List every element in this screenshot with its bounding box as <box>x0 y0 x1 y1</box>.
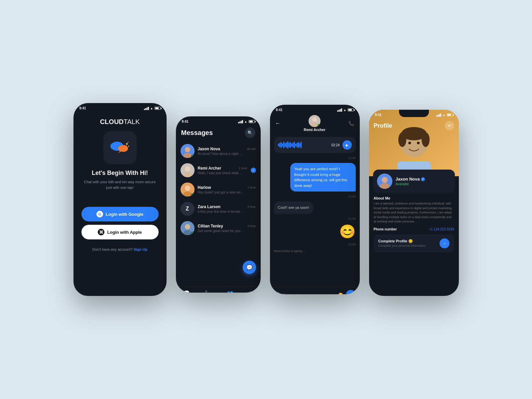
svg-point-13 <box>185 147 190 152</box>
message-info: Cillian Tenley 3 hour Got some good news… <box>198 224 256 233</box>
online-indicator <box>191 155 194 158</box>
signal-bars-1 <box>144 107 149 110</box>
message-name-row: Zara Larson 3 hour <box>198 204 256 209</box>
online-indicator <box>191 193 194 196</box>
battery-4 <box>447 113 453 116</box>
outgoing-message: Yeah you are perfect remi!! I thought it… <box>290 163 356 192</box>
phones-container: 9:41 ▲ CLOUDTALK <box>60 90 472 309</box>
list-item[interactable]: Remi Archer 1 hour Hello, I was just che… <box>176 161 261 180</box>
profile-header-area: Profile ✏ <box>369 110 459 176</box>
sender-name: Zara Larson <box>198 204 221 209</box>
no-account-label: Don't have any account? <box>92 247 133 251</box>
back-button[interactable]: ← <box>275 120 281 126</box>
status-bar-4: 9:41 ▲ <box>369 110 459 118</box>
svg-point-37 <box>382 177 388 183</box>
status-icons-2: ▲ <box>238 120 255 123</box>
typing-indicator: Remi Archer is typing... <box>274 249 356 253</box>
battery-fill-3 <box>348 109 352 111</box>
login-google-button[interactable]: G Login with Google <box>81 207 159 221</box>
login-content: CLOUDTALK <box>73 111 167 296</box>
online-indicator <box>191 232 194 235</box>
svg-rect-7 <box>118 147 126 150</box>
profile-user-info: Jaxon Nova Available <box>396 177 425 186</box>
search-button[interactable]: 🔍 <box>245 127 255 138</box>
battery-1 <box>155 107 161 110</box>
svg-point-25 <box>312 117 317 122</box>
bar-2 <box>145 108 146 110</box>
message-name-row: Jaxon Nova 45 min <box>198 147 256 151</box>
complete-profile-card[interactable]: Complete Profile 😊 Complete your persona… <box>374 234 454 252</box>
status-icons-3: ▲ <box>337 108 354 112</box>
profile-avatar <box>377 174 392 189</box>
signal-bars-2 <box>238 120 243 123</box>
google-icon: G <box>96 211 103 217</box>
bar-1 <box>144 109 145 110</box>
about-title: About Me <box>374 196 454 200</box>
contact-online <box>318 124 321 127</box>
message-name-row: Cillian Tenley 3 hour <box>198 224 256 228</box>
complete-profile-arrow[interactable]: → <box>440 238 450 248</box>
play-button[interactable]: ▶ <box>342 140 352 150</box>
battery-fill-1 <box>155 107 159 109</box>
avatar <box>181 163 195 177</box>
signup-text: Don't have any account? Sign Up <box>92 247 147 251</box>
status-time-4: 9:41 <box>375 113 382 117</box>
list-item[interactable]: Jaxon Nova 45 min Hi nova!! How about a … <box>176 141 261 161</box>
notch-2 <box>203 116 233 124</box>
call-button[interactable]: 📞 <box>348 121 354 126</box>
message-time: 45 min <box>247 147 256 151</box>
notch-1 <box>105 103 135 110</box>
complete-profile-title: Complete Profile 😊 <box>378 239 426 243</box>
profile-content: 9:41 ▲ <box>369 110 459 296</box>
wifi-icon-3: ▲ <box>343 108 346 112</box>
mic-icon[interactable]: 🎤 <box>274 292 280 294</box>
svg-point-31 <box>398 132 406 147</box>
message-input[interactable] <box>282 293 335 294</box>
complete-profile-sub: Complete your personal information <box>378 244 426 247</box>
phone-chat: 9:41 ▲ ← <box>270 105 360 294</box>
avatar <box>181 183 195 197</box>
list-item[interactable]: Z Zara Larson 3 hour It this your first … <box>176 199 261 218</box>
avatar: Z <box>181 202 195 216</box>
status-time-1: 9:41 <box>79 106 86 110</box>
avatar <box>181 144 195 158</box>
message-preview: Hi nova!! How about a night drive tonigh… <box>198 152 244 156</box>
list-item[interactable]: Cillian Tenley 3 hour Got some good news… <box>176 218 261 238</box>
chat-input-bar: 🎤 🙂 ➤ <box>270 287 360 294</box>
sender-name: Jaxon Nova <box>198 147 220 151</box>
nav-calls[interactable]: 📞 <box>205 290 211 293</box>
sender-name: Remi Archer <box>198 166 221 171</box>
user-name-text: Jaxon Nova <box>396 177 420 182</box>
list-item[interactable]: Harlow 1 hour Hey dude!! just got a new … <box>176 180 261 199</box>
nav-messages[interactable]: 💬 <box>183 290 190 293</box>
bar-3 <box>147 107 148 110</box>
timestamp-1: 12.45 <box>274 156 356 160</box>
notch-3 <box>300 105 330 112</box>
sender-name: Cillian Tenley <box>198 224 223 228</box>
waveform <box>278 141 329 149</box>
app-title-regular: TALK <box>124 118 140 125</box>
battery-fill-2 <box>249 121 253 122</box>
chat-content: ← Remi Archer 📞 <box>270 113 360 294</box>
nav-settings[interactable]: ⚙ <box>248 290 253 293</box>
emoji-icon[interactable]: 🙂 <box>338 293 343 294</box>
timestamp-2: 13.06 <box>274 195 356 198</box>
edit-profile-button[interactable]: ✏ <box>445 121 454 130</box>
signup-link[interactable]: Sign Up <box>134 247 148 251</box>
incoming-message: Cool!! see ya soon! <box>274 201 313 214</box>
bar-4 <box>148 107 149 110</box>
messages-content: Messages 🔍 Jax <box>176 125 261 293</box>
message-info: Remi Archer 1 hour Hello, I was just che… <box>198 166 247 175</box>
phone-number-value: +1 124 223 3199 <box>429 227 454 231</box>
status-icons-4: ▲ <box>436 113 453 117</box>
svg-marker-8 <box>118 151 122 153</box>
about-section: About Me I am a talented, ambitious and … <box>374 196 454 224</box>
chat-contact: Remi Archer <box>304 115 325 132</box>
svg-point-32 <box>422 132 430 147</box>
send-button[interactable]: ➤ <box>346 290 356 294</box>
contact-avatar <box>309 115 321 127</box>
status-icons-1: ▲ <box>144 107 161 110</box>
login-apple-button[interactable]: ⌘ Login with Apple <box>81 225 159 239</box>
nav-contacts[interactable]: 👥 <box>227 290 233 293</box>
compose-button[interactable]: 💬 <box>243 261 256 274</box>
